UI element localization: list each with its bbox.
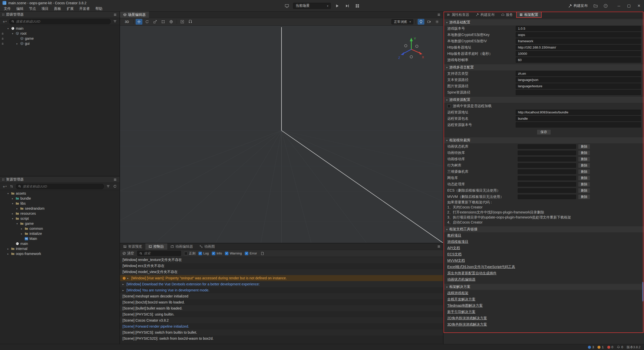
log-row[interactable]: ▸[Window] Download the Vue Devtools exte… — [120, 281, 443, 287]
transform-gizmo-icon[interactable] — [168, 19, 175, 25]
field-input-文本资源路径[interactable] — [516, 77, 641, 82]
log-row[interactable]: [Window] render_texture文件夹不存在 — [120, 257, 443, 263]
delete-button[interactable]: 删除 — [578, 194, 590, 199]
assets-node-libs[interactable]: ▾libs — [0, 201, 119, 206]
log-row[interactable]: ▸[Window] You are running Vue in develop… — [120, 287, 443, 293]
module-input[interactable] — [518, 195, 576, 199]
warning-count[interactable]: 1 — [597, 345, 603, 349]
field-input-远程资源地址[interactable] — [516, 110, 641, 115]
console-search-box[interactable] — [137, 251, 181, 256]
console-tab-动画编辑器[interactable]: 动画编辑器 — [167, 243, 196, 250]
menu-开发者[interactable]: 开发者 — [76, 6, 93, 12]
assets-search-input[interactable] — [23, 185, 102, 188]
log-row[interactable]: [Scene] [PHYSICS2D]: switch from box2d-w… — [120, 335, 443, 341]
section-游戏资源配置[interactable]: ▾游戏资源配置 — [444, 97, 644, 103]
pivot-toggle-icon[interactable] — [179, 19, 186, 25]
section-游戏基础配置[interactable]: ▾游戏基础配置 — [444, 19, 644, 25]
log-row[interactable]: [Scene] [PHYSICS]: switch from builtin t… — [120, 329, 443, 335]
scene-settings-gear-icon[interactable] — [434, 19, 440, 25]
field-input-图片资源路径[interactable] — [516, 83, 641, 89]
menu-项目[interactable]: 项目 — [39, 6, 51, 12]
mode-3d-button[interactable]: 3D — [123, 19, 131, 25]
assets-node-internal[interactable]: ▸internal — [0, 246, 119, 251]
field-input-游戏版本号[interactable] — [516, 26, 641, 31]
log-row[interactable]: [Scene] Cocos Creator v3.8.2 — [120, 317, 443, 323]
move-tool-icon[interactable] — [136, 19, 142, 25]
minimize-button[interactable]: ─ — [614, 0, 624, 12]
link-原生包热更新配置自动生成插件[interactable]: 原生包热更新配置自动生成插件 — [444, 270, 644, 276]
section-框架解决方案[interactable]: ▾框架解决方案 — [444, 284, 644, 290]
create-asset-button[interactable]: +▾ — [2, 184, 7, 189]
inspector-scrollbar[interactable] — [642, 18, 644, 343]
link-动画状态机编辑器[interactable]: 动画状态机编辑器 — [444, 276, 644, 283]
link-MVVM文档[interactable]: MVVM文档 — [444, 257, 644, 264]
module-input[interactable] — [518, 169, 576, 174]
delete-button[interactable]: 删除 — [578, 144, 590, 149]
regex-toggle[interactable]: 正则 — [184, 251, 195, 256]
delete-button[interactable]: 删除 — [578, 169, 590, 174]
export-log-icon[interactable] — [260, 251, 265, 256]
console-tab-资源预览[interactable]: 资源预览 — [120, 243, 145, 250]
notification-count[interactable]: 0 — [617, 345, 623, 349]
link-3D角色扮演游戏解决方案[interactable]: 3D角色扮演游戏解决方案 — [444, 321, 644, 328]
module-input[interactable] — [518, 144, 576, 149]
tab-scene-editor[interactable]: 场景编辑器 — [120, 12, 149, 18]
link-Excel格式转Json文件与TypeScript代码工具[interactable]: Excel格式转Json文件与TypeScript代码工具 — [444, 264, 644, 270]
save-button[interactable]: 保存 — [537, 129, 551, 135]
link-Tiledmap地图解决方案[interactable]: Tiledmap地图解决方案 — [444, 302, 644, 309]
preview-platform-icon[interactable] — [283, 3, 291, 9]
assets-search-box[interactable] — [16, 184, 104, 189]
assets-node-script[interactable]: ▾script — [0, 216, 119, 221]
inspector-tab-属性检查器[interactable]: 属性检查器 — [444, 12, 472, 18]
scale-tool-icon[interactable] — [152, 19, 158, 25]
expand-icon[interactable]: ▸ — [123, 283, 125, 286]
link-教程项目[interactable]: 教程项目 — [444, 232, 644, 239]
maximize-button[interactable]: ▢ — [624, 0, 634, 12]
expand-icon[interactable]: ▸ — [7, 252, 10, 255]
menu-扩展[interactable]: 扩展 — [64, 6, 76, 12]
section-框架模块裁剪[interactable]: ▾框架模块裁剪 — [444, 137, 644, 143]
filter-Log[interactable]: ✓Log — [198, 251, 209, 255]
assets-node-seedrandom[interactable]: ▸seedrandom — [0, 206, 119, 211]
field-input-本地数据CryptoES加密Key[interactable] — [516, 32, 641, 37]
info-count[interactable]: 3 — [588, 345, 594, 349]
collapse-icon[interactable]: ▾ — [11, 32, 14, 35]
hierarchy-node-main[interactable]: ▾main — [0, 26, 119, 31]
module-input[interactable] — [518, 176, 576, 180]
log-row[interactable]: [Scene] Forward render pipeline initiali… — [120, 323, 443, 329]
assets-node-main[interactable]: main — [0, 241, 119, 246]
link-新手引导解决方案[interactable]: 新手引导解决方案 — [444, 309, 644, 315]
help-icon[interactable]: ? — [602, 3, 609, 9]
filter-Info[interactable]: ✓Info — [212, 251, 222, 255]
menu-编辑[interactable]: 编辑 — [14, 6, 26, 12]
rotate-tool-icon[interactable] — [144, 19, 150, 25]
hierarchy-node-gui[interactable]: ▸gui — [0, 41, 119, 46]
assets-node-game[interactable]: ▾game — [0, 221, 119, 226]
field-input-Http服务器地址[interactable] — [516, 45, 641, 50]
collapse-icon[interactable]: ▾ — [11, 217, 14, 220]
assets-filter-icon[interactable] — [106, 184, 111, 189]
close-button[interactable]: ✕ — [634, 0, 644, 12]
menu-帮助[interactable]: 帮助 — [93, 6, 105, 12]
panel-menu-icon[interactable] — [113, 177, 117, 182]
assets-node-common[interactable]: ▸common — [0, 226, 119, 231]
delete-button[interactable]: 删除 — [578, 182, 590, 187]
sort-assets-icon[interactable] — [9, 184, 14, 189]
console-tab-动画图[interactable]: 动画图 — [196, 243, 218, 250]
scrollbar-thumb[interactable] — [642, 282, 644, 301]
layout-grid-icon[interactable] — [353, 3, 361, 9]
link-2D角色扮演游戏解决方案[interactable]: 2D角色扮演游戏解决方案 — [444, 315, 644, 321]
collapse-icon[interactable]: ▾ — [11, 202, 14, 205]
field-input-远程资源包名[interactable] — [516, 116, 641, 121]
module-input[interactable] — [518, 163, 576, 168]
collapse-icon[interactable]: ▾ — [7, 27, 10, 30]
inspector-tab-构建发布[interactable]: 构建发布 — [472, 12, 498, 18]
log-row[interactable]: [Scene] meshopt wasm decoder initialized — [120, 293, 443, 299]
module-input[interactable] — [518, 188, 576, 193]
inspector-tab-框架配置[interactable]: 框架配置 — [516, 12, 542, 18]
collapse-icon[interactable]: ▾ — [16, 222, 19, 225]
delete-button[interactable]: 删除 — [578, 176, 590, 181]
panel-menu-icon[interactable] — [113, 12, 117, 17]
hierarchy-search-box[interactable] — [9, 19, 111, 24]
module-input[interactable] — [518, 182, 576, 187]
